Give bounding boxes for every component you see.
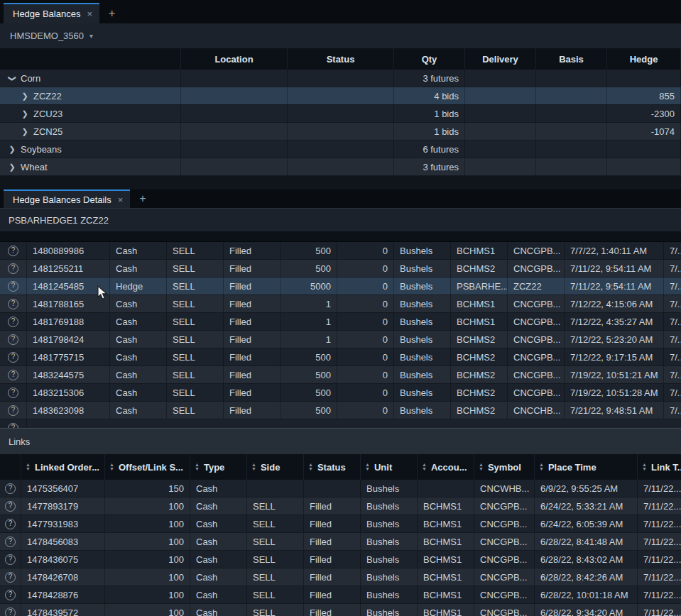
info-icon[interactable]: ? [5,501,16,512]
details-row[interactable]: ?1481775715CashSELLFilled5000BushelsBCHM… [0,348,681,366]
cell-link-time: 7/11/22... [638,497,681,515]
new-tab-button[interactable]: + [99,3,124,23]
cell-link-time: 7/11/22... [638,568,681,585]
tab-hedge-balances[interactable]: Hedge Balances × [4,3,99,23]
info-icon[interactable]: ? [5,519,16,529]
info-icon[interactable]: ? [8,246,18,256]
cell-offset: 100 [105,551,190,568]
details-row[interactable]: ?1481245485HedgeSELLFilled50000BushelsPS… [0,277,681,295]
chevron-right-icon[interactable]: ❯ [21,109,28,119]
chevron-right-icon[interactable]: ❯ [21,92,28,101]
tree-row-wheat[interactable]: ❯Wheat3 futures [0,158,681,176]
header-cell-qty[interactable]: Qty [394,48,465,70]
info-icon[interactable]: ? [8,423,18,429]
info-icon[interactable]: ? [8,317,18,327]
links-header-account[interactable]: ▲▼Accou... [418,454,474,480]
details-row[interactable]: ?1481255211CashSELLFilled5000BushelsBCHM… [0,260,681,277]
info-icon[interactable]: ? [8,370,18,380]
info-icon[interactable]: ? [8,299,18,309]
sort-icon: ▲▼ [539,463,544,471]
cell-unit: Bushels [394,277,451,295]
links-row[interactable]: ?1477893179100CashSELLFilledBushelsBCHMS… [0,497,681,515]
info-icon[interactable]: ? [5,572,16,583]
info-icon[interactable]: ? [8,263,18,274]
links-header-type[interactable]: ▲▼Type [190,454,247,480]
details-row[interactable]: ?1483244575CashSELLFilled5000BushelsBCHM… [0,366,681,384]
chevron-down-icon[interactable]: ❯ [8,75,17,82]
info-icon[interactable]: ? [5,554,16,565]
cell-side: SELL [167,260,224,277]
sort-down-arrow: ▼ [479,467,484,471]
header-cell-hedge[interactable]: Hedge [607,48,681,70]
details-row[interactable]: ?1480889986CashSELLFilled5000BushelsBCHM… [0,242,681,260]
sort-down-arrow: ▼ [251,467,256,471]
links-row[interactable]: ?1475356407150CashBushelsCNCWHB...6/9/22… [0,480,681,497]
links-header-link-time[interactable]: ▲▼Link T... [638,454,681,480]
info-icon[interactable]: ? [8,334,18,345]
links-header-status[interactable]: ▲▼Status [304,454,361,480]
cell-side: SELL [167,295,224,312]
info-cell: ? [0,533,21,550]
tree-row-corn[interactable]: ❯Corn3 futures [0,70,681,87]
header-cell-basis[interactable]: Basis [536,48,607,70]
tab-hedge-balances-details[interactable]: Hedge Balances Details × [4,189,130,208]
header-cell-location[interactable]: Location [181,48,288,70]
links-header-place-time[interactable]: ▲▼Place Time [535,454,638,480]
info-icon[interactable]: ? [5,590,16,600]
cell-place-time: 7/7/22, 1:40:11 AM [565,242,664,259]
cell-unit: Bushels [361,551,418,568]
header-cell-delivery[interactable]: Delivery [465,48,536,70]
workspace-dropdown[interactable]: HMSDEMO_3560 ▾ [10,31,93,41]
info-icon[interactable]: ? [5,483,16,494]
tree-row-soybeans[interactable]: ❯Soybeans6 futures [0,141,681,158]
tree-row-zcn25[interactable]: ❯ZCN251 bids-1074 [0,123,681,141]
details-row[interactable]: ?1483623098CashSELLFilled5000BushelsBCHM… [0,402,681,419]
cell-place-time: 6/28/22, 9:34:20 AM [535,604,638,616]
cell-side: SELL [247,586,304,603]
sort-icon: ▲▼ [251,463,256,471]
cell-account: BCHMS2 [451,366,508,383]
new-tab-button[interactable]: + [130,189,155,208]
tree-label: ZCZ22 [33,91,62,101]
chevron-right-icon[interactable]: ❯ [9,145,16,154]
details-row[interactable]: ?1481788165CashSELLFilled10BushelsBCHMS1… [0,295,681,313]
details-row[interactable]: ?1481798424CashSELLFilled10BushelsBCHMS2… [0,331,681,348]
tree-row-zcz22[interactable]: ❯ZCZ224 bids855 [0,87,681,105]
cell-order-id: 1477893179 [21,497,105,515]
details-row[interactable]: ?1483215306CashSELLFilled5000BushelsBCHM… [0,384,681,402]
cell-symbol: ZCZ22 [508,277,565,295]
links-header-side[interactable]: ▲▼Side [247,454,304,480]
cell-symbol: CNCGPB... [508,295,565,312]
chevron-right-icon[interactable]: ❯ [21,127,28,136]
cell-order-id: 1478428876 [21,586,105,603]
links-row[interactable]: ?1477931983100CashSELLFilledBushelsBCHMS… [0,515,681,533]
info-icon[interactable]: ? [5,537,16,547]
links-header-symbol[interactable]: ▲▼Symbol [474,454,535,480]
info-icon[interactable]: ? [5,607,16,616]
cell-link-time: 7/11/22... [638,551,681,568]
cell-type: Cash [110,313,167,330]
chevron-right-icon[interactable]: ❯ [9,163,16,172]
links-header-linked-order[interactable]: ▲▼Linked Order... [21,454,105,480]
links-row[interactable]: ?1478436075100CashSELLFilledBushelsBCHMS… [0,551,681,568]
sort-icon: ▲▼ [365,463,370,471]
close-tab-icon[interactable]: × [118,194,124,205]
links-header-unit[interactable]: ▲▼Unit [361,454,418,480]
info-icon[interactable]: ? [8,405,18,416]
links-header-offset-link-size[interactable]: ▲▼Offset/Link S... [105,454,190,480]
info-icon[interactable]: ? [8,281,18,292]
close-tab-icon[interactable]: × [87,9,92,19]
info-icon[interactable]: ? [8,352,18,363]
header-cell-status[interactable]: Status [288,48,394,70]
cell-delivery [465,123,536,140]
links-row[interactable]: ?1478426708100CashSELLFilledBushelsBCHMS… [0,568,681,586]
links-row[interactable]: ?1478456083100CashSELLFilledBushelsBCHMS… [0,533,681,551]
links-header-label: Type [204,462,224,473]
cell-basis [536,141,607,158]
info-icon[interactable]: ? [8,387,18,398]
links-row[interactable]: ?1478439572100CashSELLFilledBushelsBCHMS… [0,604,681,616]
links-row[interactable]: ?1478428876100CashSELLFilledBushelsBCHMS… [0,586,681,604]
tree-row-zcu23[interactable]: ❯ZCU231 bids-2300 [0,105,681,123]
cell-status: Filled [224,384,280,401]
details-row[interactable]: ?1481769188CashSELLFilled10BushelsBCHMS1… [0,313,681,331]
